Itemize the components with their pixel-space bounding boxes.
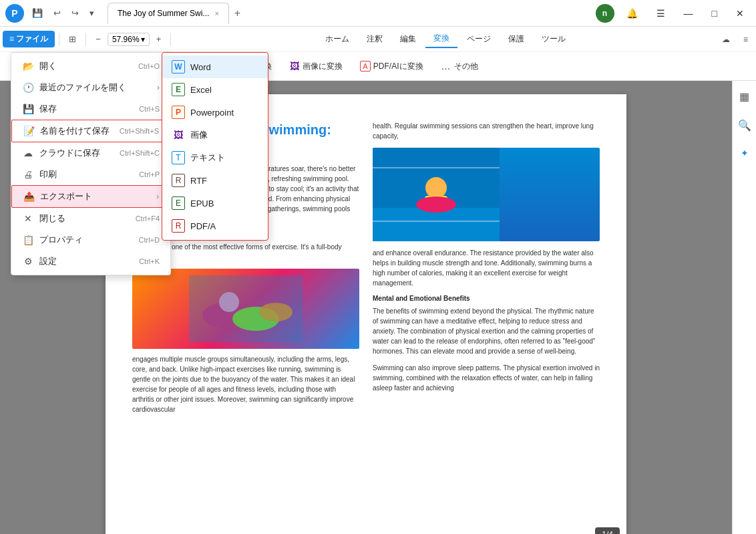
active-tab[interactable]: The Joy of Summer Swi... ×	[108, 3, 229, 24]
settings-shortcut: Ctrl+K	[139, 257, 160, 265]
nav-home[interactable]: ホーム	[317, 31, 357, 47]
save-icon: 💾	[22, 103, 34, 115]
ppt-export-label: Powerpoint	[190, 108, 234, 118]
menu-item-properties[interactable]: 📋 プロパティ Ctrl+D	[11, 229, 170, 251]
menu-item-cloud-save[interactable]: ☁ クラウドに保存 Ctrl+Shift+C	[11, 142, 170, 164]
export-icon: 📤	[23, 190, 35, 203]
add-tab-button[interactable]: +	[229, 5, 246, 22]
text-export-icon: T	[172, 151, 185, 164]
titlebar: P 💾 ↩ ↪ ▾ The Joy of Summer Swi... × + n…	[0, 0, 756, 27]
convert-to-pdf-ai-button[interactable]: A PDF/AIに変換	[353, 57, 431, 76]
menu-item-save-as[interactable]: 📝 名前を付けて保存 Ctrl+Shift+S	[11, 120, 170, 142]
save-as-icon: 📝	[23, 125, 35, 137]
export-word-item[interactable]: W Word	[162, 55, 268, 78]
settings-button[interactable]: ≡	[738, 32, 753, 47]
nav-protect[interactable]: 保護	[500, 31, 532, 47]
swimmer-image	[373, 148, 600, 241]
convert-to-image-button[interactable]: 🖼 画像に変換	[282, 57, 350, 76]
convert-other-button[interactable]: … その他	[433, 57, 486, 76]
right-body-1: and enhance overall endurance. The resis…	[373, 248, 600, 288]
close-shortcut: Ctrl+F4	[136, 215, 160, 223]
image-export-label: 画像	[190, 129, 208, 141]
menu-item-close[interactable]: ✕ 閉じる Ctrl+F4	[11, 208, 170, 229]
other-icon: …	[441, 61, 451, 72]
ppt-export-icon: P	[172, 106, 185, 119]
tab-title: The Joy of Summer Swi...	[118, 9, 209, 18]
menu-item-print[interactable]: 🖨 印刷 Ctrl+P	[11, 164, 170, 185]
epub-export-label: EPUB	[190, 198, 214, 209]
app-logo: P	[5, 4, 24, 23]
save-as-label: 名前を付けて保存	[40, 125, 110, 137]
search-icon-button[interactable]: 🔍	[734, 115, 755, 136]
minimize-button[interactable]: —	[677, 5, 700, 21]
convert-other-label: その他	[454, 61, 478, 72]
svg-point-9	[416, 196, 456, 213]
settings-icon: ⚙	[22, 255, 34, 267]
notification-button[interactable]: 🔔	[620, 5, 644, 21]
export-image-item[interactable]: 🖼 画像	[162, 124, 268, 146]
file-menu: 📂 開く Ctrl+O 🕐 最近のファイルを開く › 💾 保存 Ctrl+S 📝…	[11, 52, 171, 275]
cloud-save-label: クラウドに保存	[39, 147, 100, 159]
menu-item-save[interactable]: 💾 保存 Ctrl+S	[11, 98, 170, 120]
save-button[interactable]: 💾	[28, 5, 47, 21]
panel-icon-button[interactable]: ▦	[735, 86, 753, 107]
zoom-in-button[interactable]: +	[151, 31, 167, 47]
image-icon: 🖼	[289, 61, 300, 72]
nav-edit[interactable]: 編集	[392, 31, 424, 47]
viewer-sidebar-right: ▦ 🔍 ✦	[732, 81, 756, 534]
recent-arrow: ›	[157, 83, 160, 92]
excel-export-label: Excel	[190, 85, 212, 95]
image-export-icon: 🖼	[172, 128, 185, 142]
export-ppt-item[interactable]: P Powerpoint	[162, 101, 268, 124]
dropdown-button[interactable]: ▾	[85, 5, 98, 21]
menu-item-export[interactable]: 📤 エクスポート ›	[11, 185, 170, 208]
zoom-out-button[interactable]: −	[90, 31, 106, 47]
nav-tools[interactable]: ツール	[534, 31, 574, 47]
svg-rect-6	[373, 208, 500, 241]
avatar[interactable]: n	[596, 4, 614, 23]
pdfa-export-label: PDF/A	[190, 221, 216, 231]
right-top-text: health. Regular swimming sessions can st…	[373, 121, 600, 141]
save-shortcut: Ctrl+S	[139, 105, 160, 113]
page-indicator: 1/4	[595, 527, 620, 534]
export-epub-item[interactable]: E EPUB	[162, 192, 268, 215]
file-menu-button[interactable]: ≡ ファイル	[3, 31, 55, 47]
rtf-export-icon: R	[172, 174, 185, 187]
redo-button[interactable]: ↪	[67, 5, 83, 21]
pdfa-export-icon: R	[172, 219, 185, 233]
page-view-button[interactable]: ⊞	[63, 31, 81, 47]
properties-label: プロパティ	[39, 234, 83, 246]
cloud-save-shortcut: Ctrl+Shift+C	[120, 149, 160, 157]
undo-button[interactable]: ↩	[49, 5, 65, 21]
menu-button[interactable]: ☰	[650, 5, 672, 21]
menu-item-recent[interactable]: 🕐 最近のファイルを開く ›	[11, 77, 170, 98]
right-column: health. Regular swimming sessions can st…	[373, 121, 600, 522]
export-text-item[interactable]: T テキスト	[162, 146, 268, 169]
menu-item-settings[interactable]: ⚙ 設定 Ctrl+K	[11, 251, 170, 272]
recent-icon: 🕐	[22, 82, 34, 94]
export-arrow: ›	[156, 192, 159, 201]
word-export-icon: W	[172, 60, 185, 74]
close-label: 閉じる	[39, 213, 65, 225]
close-doc-icon: ✕	[22, 213, 34, 225]
close-button[interactable]: ✕	[729, 5, 751, 21]
export-excel-item[interactable]: E Excel	[162, 78, 268, 101]
settings-label: 設定	[39, 255, 57, 267]
print-shortcut: Ctrl+P	[139, 170, 160, 178]
star-icon-button[interactable]: ✦	[737, 144, 753, 162]
export-pdfa-item[interactable]: R PDF/A	[162, 215, 268, 237]
nav-annotate[interactable]: 注釈	[359, 31, 391, 47]
zoom-display: 57.96% ▾	[108, 33, 150, 46]
export-label: エクスポート	[40, 190, 92, 203]
word-export-label: Word	[190, 62, 211, 72]
cloud-button[interactable]: ☁	[717, 32, 735, 47]
text-export-label: テキスト	[190, 152, 225, 164]
maximize-button[interactable]: □	[705, 5, 724, 21]
menu-item-open[interactable]: 📂 開く Ctrl+O	[11, 55, 170, 77]
close-tab-button[interactable]: ×	[214, 9, 218, 17]
nav-page[interactable]: ページ	[459, 31, 499, 47]
excel-export-icon: E	[172, 83, 185, 96]
export-rtf-item[interactable]: R RTF	[162, 169, 268, 192]
nav-convert[interactable]: 変換	[425, 30, 457, 48]
right-body-3: Swimming can also improve sleep patterns…	[373, 363, 600, 393]
